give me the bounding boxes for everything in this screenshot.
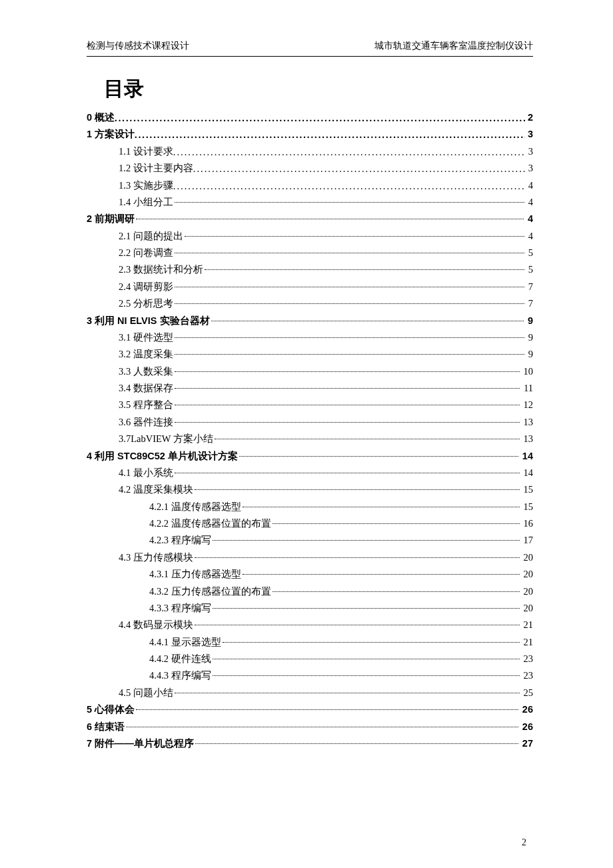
toc-entry: 0 概述2 [87,109,533,126]
toc-page: 9 [525,313,533,329]
toc-leader [173,144,526,161]
toc-entry: 4.3.2 压力传感器位置的布置20 [87,583,533,600]
toc-leader [175,693,520,693]
toc-label: 1.1 设计要求 [119,143,173,160]
toc-leader [273,523,520,524]
toc-page: 4 [526,194,533,211]
toc-leader [215,439,520,439]
toc-page: 15 [521,499,534,515]
toc-leader [175,354,524,355]
toc-entry: 4.4.3 程序编写23 [87,667,533,684]
toc-page: 21 [521,634,534,651]
toc-leader [175,473,520,473]
toc-leader [135,127,525,143]
toc-page: 3 [525,126,533,143]
toc-page: 23 [521,651,534,667]
toc-page: 16 [521,515,534,532]
toc-leader [185,236,524,237]
toc-entry: 6 结束语26 [87,719,533,735]
toc-entry: 4.4 数码显示模块21 [87,617,533,633]
toc-entry: 4.2 温度采集模块15 [87,481,533,498]
toc-page: 27 [520,735,533,752]
header-right: 城市轨道交通车辆客室温度控制仪设计 [374,40,533,52]
toc-label: 2.3 数据统计和分析 [119,261,203,278]
toc-label: 7 附件——单片机总程序 [87,735,194,752]
toc-leader [195,489,520,490]
toc-leader [175,388,520,389]
toc-leader [239,456,518,457]
toc-page: 7 [526,279,533,295]
toc-label: 4 利用 STC89C52 单片机设计方案 [87,448,238,465]
toc-entry: 2 前期调研4 [87,211,533,227]
toc-label: 4.3.1 压力传感器选型 [149,566,241,583]
toc-entry: 1.1 设计要求3 [87,143,533,160]
toc-label: 2.5 分析思考 [119,295,173,312]
toc-page: 14 [520,448,533,465]
toc-entry: 3.3 人数采集10 [87,363,533,380]
toc-leader [175,303,524,304]
toc-entry: 3.4 数据保存11 [87,380,533,397]
toc-leader [205,269,524,270]
toc-page: 7 [526,295,533,312]
document-page: 检测与传感技术课程设计 城市轨道交通车辆客室温度控制仪设计 目录 0 概述21 … [0,0,613,868]
toc-entry: 4.3.1 压力传感器选型20 [87,566,533,583]
toc-leader [175,287,524,287]
toc-entry: 4.2.1 温度传感器选型15 [87,499,533,515]
toc-leader [213,540,520,541]
toc-entry: 4.5 问题小结25 [87,685,533,701]
toc-page: 9 [526,329,533,346]
toc-page: 9 [526,346,533,363]
toc-title: 目录 [104,75,533,103]
toc-label: 2 前期调研 [87,211,135,227]
toc-label: 4.2.3 程序编写 [149,532,211,549]
toc-label: 3 利用 NI ELVIS 实验台器材 [87,313,210,329]
toc-label: 5 心得体会 [87,701,135,718]
toc-label: 4.4 数码显示模块 [119,617,193,633]
toc-page: 17 [521,532,534,549]
toc-leader [126,727,518,727]
toc-page: 20 [521,566,534,583]
toc-page: 13 [521,431,534,447]
toc-entry: 2.2 问卷调查5 [87,245,533,261]
toc-entry: 3.5 程序整合12 [87,397,533,413]
toc-page: 26 [520,719,533,735]
toc-label: 3.6 器件连接 [119,414,173,431]
toc-leader [195,625,520,625]
toc-page: 15 [521,481,534,498]
toc-label: 1.2 设计主要内容 [119,160,193,177]
toc-label: 4.3 压力传感模块 [119,549,193,566]
toc-entry: 4.3.3 程序编写20 [87,600,533,617]
toc-label: 0 概述 [87,109,115,126]
toc-label: 2.1 问题的提出 [119,228,183,245]
toc-label: 3.5 程序整合 [119,397,173,413]
toc-entry: 2.3 数据统计和分析5 [87,261,533,278]
toc-page: 20 [521,583,534,600]
toc-page: 20 [521,600,534,617]
toc-page: 12 [521,397,534,413]
toc-leader [175,202,524,203]
toc-page: 5 [526,261,533,278]
toc-entry: 4.4.2 硬件连线23 [87,651,533,667]
toc-label: 3.1 硬件选型 [119,329,173,346]
toc-entry: 3.6 器件连接13 [87,414,533,431]
toc-label: 1 方案设计 [87,126,135,143]
toc-entry: 4.3 压力传感模块20 [87,549,533,566]
toc-label: 4.5 问题小结 [119,685,173,701]
toc-leader [213,659,520,659]
table-of-contents: 0 概述21 方案设计31.1 设计要求31.2 设计主要内容31.3 实施步骤… [87,109,533,752]
toc-label: 4.3.2 压力传感器位置的布置 [149,583,271,600]
toc-leader [175,422,520,423]
toc-page: 4 [526,228,533,245]
toc-label: 4.1 最小系统 [119,465,173,481]
toc-page: 2 [525,109,533,126]
toc-entry: 1 方案设计3 [87,126,533,143]
toc-page: 23 [521,667,534,684]
toc-entry: 3 利用 NI ELVIS 实验台器材9 [87,313,533,329]
toc-page: 4 [525,211,533,227]
toc-label: 4.4.3 程序编写 [149,667,211,684]
toc-label: 4.4.1 显示器选型 [149,634,221,651]
toc-label: 4.3.3 程序编写 [149,600,211,617]
toc-leader [136,219,524,219]
toc-page: 3 [526,160,533,177]
toc-page: 20 [521,549,534,566]
